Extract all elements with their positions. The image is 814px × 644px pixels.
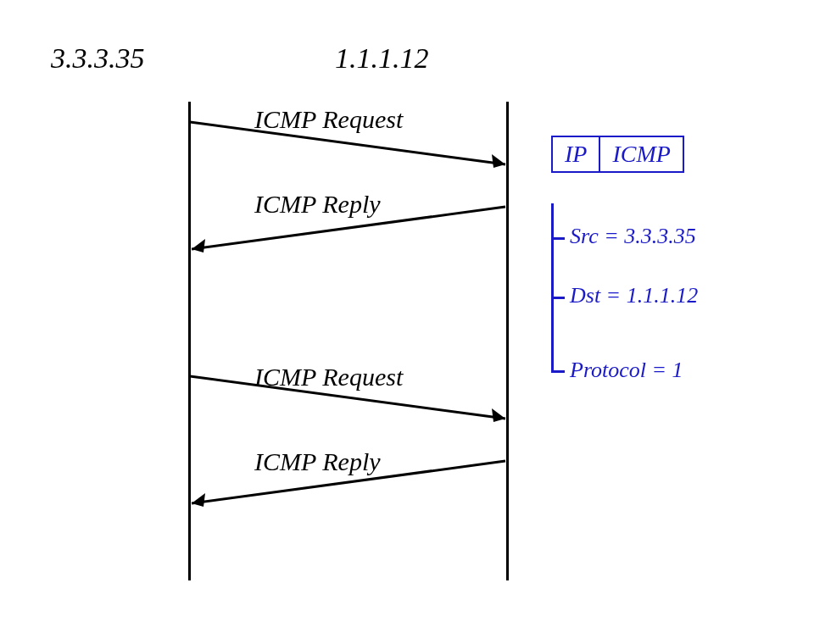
host-right-label: 1.1.1.12 [335,42,429,75]
svg-marker-5 [492,408,505,422]
host-left-label: 3.3.3.35 [51,42,145,75]
msg-label-reply-1: ICMP Reply [254,190,381,219]
field-dst: Dst = 1.1.1.12 [570,283,698,308]
packet-header-box: IP ICMP [551,136,684,173]
packet-icmp-cell: ICMP [600,137,682,171]
packet-ip-cell: IP [553,137,600,171]
svg-marker-7 [192,493,205,507]
svg-marker-1 [492,154,505,168]
msg-label-request-1: ICMP Request [254,105,403,134]
field-protocol: Protocol = 1 [570,358,683,383]
svg-marker-3 [192,239,205,253]
msg-label-request-2: ICMP Request [254,363,403,391]
field-src: Src = 3.3.3.35 [570,224,696,249]
msg-label-reply-2: ICMP Reply [254,447,381,476]
packet-field-tree: Src = 3.3.3.35 Dst = 1.1.1.12 Protocol =… [551,203,789,398]
sequence-diagram: 3.3.3.35 1.1.1.12 ICMP Request ICMP Repl… [0,0,814,644]
